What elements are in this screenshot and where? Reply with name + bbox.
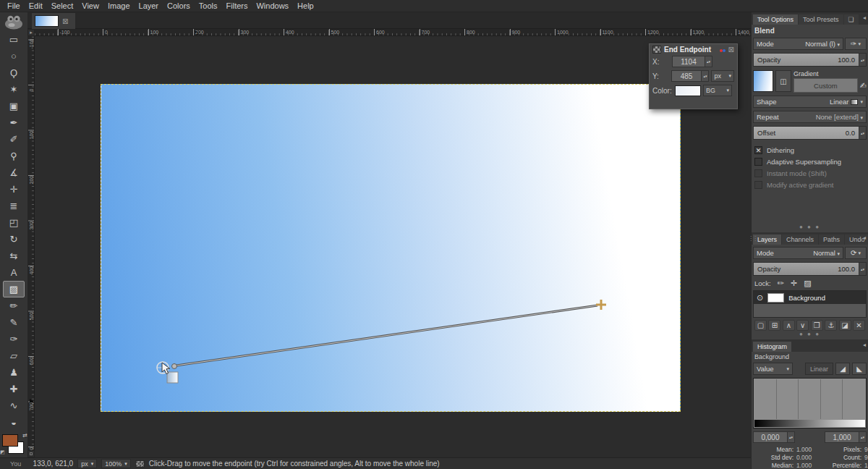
gradient-preview[interactable] [753,70,773,92]
end-endpoint-titlebar[interactable]: End Endpoint ⊠ [650,44,737,54]
tab-paths[interactable]: Paths [819,234,844,245]
tab-channels[interactable]: Channels [782,234,818,245]
lower-layer-button[interactable]: ∨ [796,320,809,331]
tool-gradient[interactable]: ▨ [3,281,25,297]
zoom-dropdown[interactable]: 100%▾ [101,459,131,468]
layer-visibility-icon[interactable]: ⊙ [757,293,763,303]
tool-align[interactable]: ≣ [3,198,25,214]
layer-opacity-slider[interactable]: Opacity 100.0 ▴▾ [753,262,867,276]
opacity-slider[interactable]: Opacity 100.0 ▴▾ [753,53,867,67]
duplicate-layer-button[interactable]: ❐ [811,320,823,331]
layer-mode-history-button[interactable]: ⟳▾ [845,247,867,259]
lock-pixels-icon[interactable]: ✏ [778,279,784,288]
lock-position-icon[interactable]: ✛ [791,279,797,288]
tool-text[interactable]: A [3,264,25,281]
tab-layers[interactable]: Layers [753,234,781,245]
menu-view[interactable]: View [77,1,103,11]
checkbox-icon[interactable]: ✕ [754,146,762,154]
menu-colors[interactable]: Colors [163,1,195,11]
high-spin-arrows[interactable]: ▴▾ [859,432,866,442]
panel-resize-handle[interactable]: ● ● ● [753,224,867,231]
menu-edit[interactable]: Edit [25,1,47,11]
menu-windows[interactable]: Windows [252,1,293,11]
layer-row[interactable]: ⊙ Background [754,291,866,304]
menu-help[interactable]: Help [293,1,318,11]
tool-ellipse-select[interactable]: ○ [3,48,25,64]
menu-image[interactable]: Image [103,1,135,11]
new-group-button[interactable]: ⊞ [768,320,780,331]
menu-select[interactable]: Select [47,1,78,11]
quick-mask-toggle[interactable] [27,450,35,457]
tool-pencil[interactable]: ✏ [3,297,25,314]
endpoint-color-swatch[interactable] [675,85,701,96]
menu-tools[interactable]: Tools [195,1,222,11]
tab-histogram[interactable]: Histogram [753,342,791,352]
tool-move[interactable]: ✛ [3,181,25,198]
ruler-corner-button[interactable]: ▸ [27,29,35,36]
offset-slider[interactable]: Offset 0.0 ▴▾ [753,126,867,140]
menu-layer[interactable]: Layer [135,1,163,11]
histogram-channel-dropdown[interactable]: Value▾ [753,363,793,375]
tool-heal[interactable]: ✚ [3,381,25,397]
tool-crop[interactable]: ◰ [3,214,25,231]
close-document-icon[interactable]: ⊠ [62,17,68,25]
lock-alpha-icon[interactable]: ▨ [804,279,811,288]
close-dialog-icon[interactable]: ⊠ [728,46,734,54]
unit-dropdown-status[interactable]: px▾ [77,459,97,468]
repeat-dropdown[interactable]: Repeat None [extend] ▾ [753,111,867,123]
opacity-spin-arrows[interactable]: ▴▾ [859,54,866,66]
tool-color-picker[interactable]: ✐ [3,131,25,148]
swap-colors-icon[interactable]: ⇄ [22,432,27,439]
option-dithering[interactable]: ✕Dithering [753,144,867,156]
histogram-low-input[interactable]: 0,000 ▴▾ [753,431,795,443]
new-layer-button[interactable]: ▢ [754,320,767,331]
tab-tool-options[interactable]: Tool Options [753,14,798,25]
anchor-layer-button[interactable]: ⚓ [825,320,837,331]
histogram-display[interactable] [753,378,867,428]
tool-clone[interactable]: ♟ [3,364,25,381]
unit-dropdown[interactable]: px▾ [711,70,734,82]
tool-flip[interactable]: ⇆ [3,248,25,264]
x-spin-arrows[interactable]: ▴▾ [705,56,712,67]
option-instant-mode-shift-[interactable]: Instant mode (Shift) [753,167,867,179]
tool-smudge[interactable]: ∿ [3,397,25,414]
delete-layer-button[interactable]: ✕ [853,320,865,331]
color-mode-dropdown[interactable]: BG▾ [703,85,732,96]
histogram-linear-button[interactable]: Linear [805,363,833,375]
end-endpoint-dialog[interactable]: End Endpoint ⊠ X: 1104 ▴▾ Y: 485 ▴▾ px▾ … [649,43,738,109]
menu-file[interactable]: File [3,1,25,11]
raise-layer-button[interactable]: ∧ [783,320,795,331]
panel-resize-handle[interactable]: ● ● ● [753,331,867,338]
canvas[interactable] [101,84,681,412]
merge-layer-button[interactable]: ◪ [839,320,851,331]
option-adaptive-supersampling[interactable]: Adaptive Supersampling [753,156,867,167]
collapse-menu-icon[interactable]: ◂ [863,234,866,241]
tool-measure[interactable]: ∡ [3,164,25,181]
shape-dropdown[interactable]: Shape Linear▾ [753,96,867,108]
horizontal-ruler[interactable]: -100010020030040050060070080090010001100… [35,29,751,36]
tab-tool-presets[interactable]: Tool Presets [799,14,843,25]
gradient-select-button[interactable]: Custom [793,78,858,93]
default-colors-icon[interactable]: ◩ [0,449,5,455]
tool-free-select[interactable]: Ϙ [3,64,25,81]
flip-gradient-button[interactable]: ◫ [775,70,791,92]
tool-select-by-color[interactable]: ▣ [3,98,25,114]
tool-paintbrush[interactable]: ✎ [3,314,25,331]
offset-spin-arrows[interactable]: ▴▾ [859,127,866,139]
menu-filters[interactable]: Filters [222,1,252,11]
y-input[interactable]: 485 ▴▾ [671,70,710,82]
log-histogram-button[interactable]: ◣ [852,363,867,375]
tool-rotate[interactable]: ↻ [3,231,25,248]
y-spin-arrows[interactable]: ▴▾ [701,71,708,81]
tab--[interactable]: ❏ [844,14,859,25]
checkbox-icon[interactable] [754,181,762,189]
linear-histogram-button[interactable]: ◢ [835,363,850,375]
histogram-high-input[interactable]: 1,000 ▴▾ [825,431,867,443]
edit-gradient-icon[interactable]: ✍ [860,81,867,90]
dock-grip[interactable]: ⋮⋮ [748,235,757,242]
checkbox-icon[interactable] [754,158,762,166]
tool-ink[interactable]: ✑ [3,331,25,347]
foreground-color-swatch[interactable] [2,434,18,447]
tool-zoom[interactable]: ⚲ [3,148,25,164]
canvas-viewport[interactable] [35,36,751,457]
